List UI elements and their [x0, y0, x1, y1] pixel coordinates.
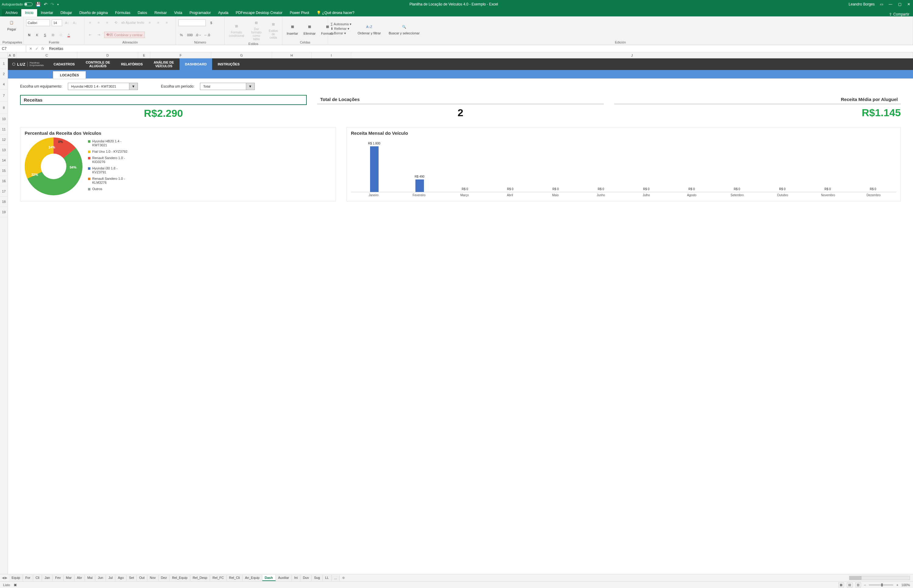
col-a[interactable]: A [8, 52, 12, 58]
sheet-tab-jul[interactable]: Jul [106, 575, 115, 581]
row-4[interactable]: 4 [0, 79, 8, 89]
indent-dec-icon[interactable]: ⇤ [87, 32, 93, 38]
col-f[interactable]: F [151, 52, 211, 58]
row-16[interactable]: 16 [0, 176, 8, 186]
align-right-icon[interactable]: ≡ [164, 19, 170, 26]
font-name-combo[interactable]: Calibri [26, 19, 50, 26]
cancel-formula-icon[interactable]: ✕ [29, 47, 32, 51]
tab-pdfescape[interactable]: PDFescape Desktop Creator [232, 9, 286, 16]
tab-powerpivot[interactable]: Power Pivot [286, 9, 313, 16]
sheet-tab-jan[interactable]: Jan [42, 575, 53, 581]
sheet-tab-ago[interactable]: Ago [115, 575, 126, 581]
col-g[interactable]: G [211, 52, 272, 58]
sheet-tab-sug[interactable]: Sug [312, 575, 323, 581]
sheet-tab-rel_equip[interactable]: Rel_Equip [170, 575, 190, 581]
sheet-tab-set[interactable]: Set [126, 575, 137, 581]
select-all-corner[interactable] [0, 52, 8, 58]
zoom-out-icon[interactable]: − [864, 583, 866, 587]
row-2[interactable]: 2 [0, 69, 8, 79]
sheet-tab-ll[interactable]: LL [322, 575, 332, 581]
sheet-more[interactable]: ... [332, 575, 340, 581]
nav-cadastros[interactable]: CADASTROS [48, 58, 80, 70]
zoom-value[interactable]: 100% [902, 583, 910, 587]
view-normal-icon[interactable]: ▦ [839, 583, 844, 587]
row-7[interactable]: 7 [0, 89, 8, 102]
undo-icon[interactable]: ↶ [44, 2, 47, 7]
comma-icon[interactable]: 000 [187, 32, 193, 38]
sheet-tab-ini[interactable]: Ini [292, 575, 301, 581]
delete-cells-button[interactable]: ▦Eliminar [301, 22, 317, 36]
increase-font-icon[interactable]: A↑ [64, 20, 70, 26]
bold-icon[interactable]: N [26, 32, 32, 38]
zoom-slider[interactable] [869, 584, 893, 586]
merge-center-button[interactable]: �困 Combinar y centrar [104, 32, 145, 38]
row-17[interactable]: 17 [0, 186, 8, 197]
sheet-tab-for[interactable]: For [23, 575, 33, 581]
tab-draw[interactable]: Dibujar [57, 9, 76, 16]
col-b[interactable]: B [12, 52, 16, 58]
accept-formula-icon[interactable]: ✓ [35, 47, 38, 51]
sheet-tab-equip[interactable]: Equip [9, 575, 23, 581]
close-icon[interactable]: ✕ [906, 2, 911, 6]
currency-icon[interactable]: $ [208, 20, 214, 26]
sort-filter-button[interactable]: A↓ZOrdenar y filtrar [356, 22, 382, 36]
sheet-tab-mar[interactable]: Mar [64, 575, 74, 581]
paste-button[interactable]: 📋 Pegar [5, 18, 18, 32]
cell-styles-button[interactable]: ▦Estilos de celda [267, 19, 280, 40]
percent-icon[interactable]: % [178, 32, 185, 38]
tab-data[interactable]: Datos [134, 9, 151, 16]
sheet-nav-prev-icon[interactable]: ◀ [2, 576, 4, 580]
col-i[interactable]: I [312, 52, 351, 58]
font-color-icon[interactable]: A [66, 32, 72, 38]
fill-color-icon[interactable]: ◇ [58, 32, 64, 38]
minimize-icon[interactable]: — [888, 2, 893, 6]
dec-decimal-icon[interactable]: ←.0 [204, 32, 210, 38]
scrollbar-thumb[interactable] [849, 576, 861, 580]
tab-file[interactable]: Archivo [2, 9, 21, 16]
align-left-icon[interactable]: ≡ [147, 19, 153, 26]
user-name[interactable]: Leandro Borges [849, 2, 875, 6]
underline-icon[interactable]: S [42, 32, 48, 38]
autosum-button[interactable]: ∑ Autosuma ▾ [330, 22, 351, 26]
row-19[interactable]: 19 [0, 207, 8, 217]
sheet-tab-nov[interactable]: Nov [147, 575, 159, 581]
tab-help[interactable]: Ayuda [215, 9, 232, 16]
sheet-nav-next-icon[interactable]: ▶ [5, 576, 7, 580]
ribbon-options-icon[interactable]: ▭ [879, 2, 884, 6]
row-11[interactable]: 11 [0, 124, 8, 134]
font-size-combo[interactable]: 14 [52, 19, 62, 26]
row-18[interactable]: 18 [0, 197, 8, 207]
col-d[interactable]: D [77, 52, 138, 58]
macro-record-icon[interactable]: ▣ [14, 583, 17, 587]
equip-dropdown[interactable]: Hyundai HB20 1.4 - KWT3021 ▼ [68, 83, 138, 90]
row-8[interactable]: 8 [0, 102, 8, 114]
zoom-in-icon[interactable]: + [896, 583, 898, 587]
maximize-icon[interactable]: ▢ [897, 2, 902, 6]
inc-decimal-icon[interactable]: .0→ [195, 32, 201, 38]
nav-controle[interactable]: CONTROLE DEALUGUÉIS [80, 58, 116, 70]
sheet-tab-rel_cli[interactable]: Rel_Cli [227, 575, 243, 581]
sheet-tab-cli[interactable]: Cli [33, 575, 42, 581]
wrap-text-button[interactable]: ab Ajustar texto [121, 21, 144, 24]
row-10[interactable]: 10 [0, 114, 8, 124]
sheet-tab-rel_fc[interactable]: Rel_FC [210, 575, 227, 581]
insert-cells-button[interactable]: ▦Insertar [285, 22, 300, 36]
tell-me[interactable]: 💡 ¿Qué desea hacer? [313, 9, 358, 16]
italic-icon[interactable]: K [34, 32, 40, 38]
align-bot-icon[interactable]: ≡ [104, 19, 110, 26]
nav-instrucoes[interactable]: INSTRUÇÕES [212, 58, 245, 70]
row-15[interactable]: 15 [0, 165, 8, 176]
col-c[interactable]: C [16, 52, 77, 58]
sheet-tab-mai[interactable]: Mai [85, 575, 96, 581]
indent-inc-icon[interactable]: ⇥ [96, 32, 102, 38]
autosave-toggle[interactable]: Autoguardado [2, 2, 32, 6]
clear-button[interactable]: ◇ Borrar ▾ [330, 31, 351, 35]
border-icon[interactable]: ▦ [50, 32, 56, 38]
tab-formulas[interactable]: Fórmulas [112, 9, 134, 16]
row-13[interactable]: 13 [0, 145, 8, 155]
align-center-icon[interactable]: ≡ [155, 19, 161, 26]
tab-insert[interactable]: Insertar [37, 9, 57, 16]
number-format-combo[interactable] [178, 19, 206, 26]
horizontal-scrollbar[interactable] [849, 576, 910, 580]
row-12[interactable]: 12 [0, 134, 8, 145]
